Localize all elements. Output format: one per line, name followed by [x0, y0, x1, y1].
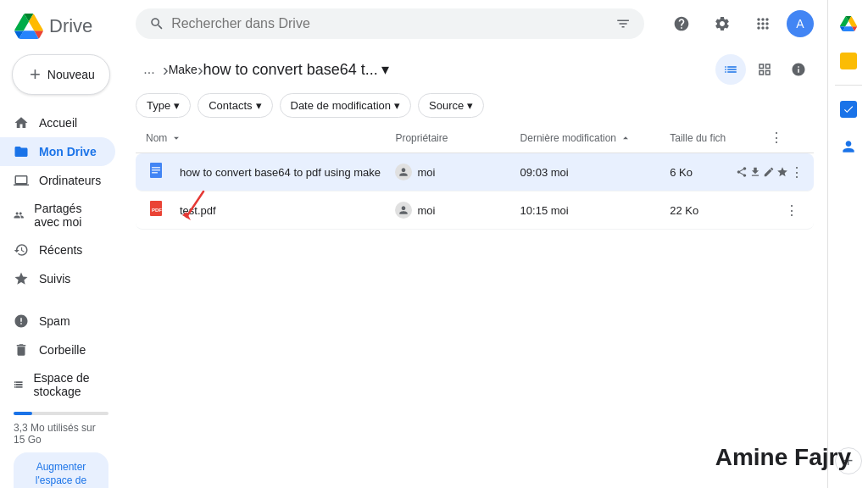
list-view-button[interactable]: [715, 54, 746, 85]
sidebar-item-partages[interactable]: Partagés avec moi: [0, 195, 115, 236]
col-header-actions: ⋮: [770, 130, 804, 146]
col-header-name[interactable]: Nom: [146, 132, 395, 144]
filter-type-button[interactable]: Type ▾: [136, 93, 191, 118]
filter-date-arrow-icon: ▾: [394, 99, 400, 112]
breadcrumb-more-button[interactable]: ...: [136, 56, 163, 83]
file-download-button-1[interactable]: [749, 160, 761, 184]
sidebar-item-ordinateurs[interactable]: Ordinateurs: [0, 166, 115, 195]
sidebar-label-ordinateurs: Ordinateurs: [39, 174, 101, 187]
storage-text: 3,3 Mo utilisés sur 15 Go: [14, 422, 108, 446]
sidebar-label-corbeille: Corbeille: [39, 343, 86, 357]
svg-rect-3: [152, 172, 158, 174]
settings-button[interactable]: [705, 7, 739, 41]
sidebar-item-mon-drive[interactable]: Mon Drive: [0, 137, 115, 166]
col-header-size: Taille du fich: [670, 132, 770, 144]
owner-cell-2: moi: [395, 202, 520, 219]
file-name-cell-1: how to convert base64 to pdf using make: [146, 160, 395, 184]
filter-contacts-button[interactable]: Contacts ▾: [198, 93, 272, 118]
table-row[interactable]: how to convert base64 to pdf using make …: [136, 153, 814, 191]
file-name-text-1: how to convert base64 to pdf using make: [180, 166, 381, 179]
topbar-right: A: [665, 7, 814, 41]
sidebar-label-accueil: Accueil: [39, 116, 77, 130]
storage-bar: [14, 412, 108, 415]
file-share-button-1[interactable]: [736, 160, 748, 184]
sidebar-item-accueil[interactable]: Accueil: [0, 108, 115, 137]
sidebar-label-spam: Spam: [39, 314, 70, 328]
actions-cell-1: ⋮: [770, 160, 804, 184]
search-input[interactable]: [171, 16, 609, 31]
rp-yellow-icon[interactable]: [832, 44, 865, 78]
gdoc-icon: [146, 160, 170, 184]
sidebar-label-suivis: Suivis: [39, 272, 70, 286]
sidebar-label-mon-drive: Mon Drive: [39, 145, 97, 158]
logo: Drive: [0, 7, 122, 49]
breadcrumb-row: ... › Make › how to convert base64 t... …: [122, 47, 827, 88]
filters-bar: Type ▾ Contacts ▾ Date de modification ▾…: [122, 88, 827, 123]
svg-text:PDF: PDF: [152, 208, 162, 213]
file-name-cell-2: PDF test.pdf: [146, 198, 395, 222]
sidebar-label-partages: Partagés avec moi: [34, 202, 102, 229]
sidebar: Drive + Nouveau Accueil Mon Drive Ordina…: [0, 0, 122, 488]
rp-user-icon[interactable]: [832, 130, 865, 164]
table-header: Nom Propriétaire Dernière modification T…: [136, 123, 814, 153]
table-row[interactable]: PDF test.pdf moi 10:15 moi 22 Ko ⋮: [136, 191, 814, 230]
storage-section: 3,3 Mo utilisés sur 15 Go Augmenter l'es…: [0, 405, 122, 488]
modified-cell-2: 10:15 moi: [520, 204, 670, 217]
rp-add-button[interactable]: +: [835, 447, 862, 474]
filter-contacts-arrow-icon: ▾: [256, 99, 262, 112]
rp-blue-checkbox-icon[interactable]: [832, 92, 865, 126]
right-panel: +: [827, 0, 868, 488]
owner-avatar-1: [395, 164, 412, 180]
filter-date-button[interactable]: Date de modification ▾: [280, 93, 412, 118]
modified-cell-1: 09:03 moi: [520, 166, 670, 179]
filter-type-arrow-icon: ▾: [174, 99, 180, 112]
sidebar-label-stockage: Espace de stockage: [34, 371, 103, 398]
search-icon: [149, 15, 164, 32]
breadcrumb-sep-1: ›: [163, 60, 169, 80]
view-buttons: [715, 54, 814, 85]
search-bar[interactable]: [136, 8, 644, 39]
breadcrumb-current-folder[interactable]: how to convert base64 t... ▾: [203, 60, 389, 79]
filter-source-button[interactable]: Source ▾: [418, 93, 484, 118]
grid-view-button[interactable]: [749, 54, 780, 85]
size-cell-2: 22 Ko: [670, 204, 770, 217]
storage-bar-fill: [14, 412, 32, 415]
file-name-text-2: test.pdf: [180, 204, 216, 217]
help-button[interactable]: [665, 7, 698, 41]
svg-rect-1: [152, 167, 160, 169]
col-actions-menu-icon[interactable]: ⋮: [770, 130, 783, 145]
breadcrumb-dropdown-icon: ▾: [381, 60, 389, 79]
file-more-icon-2: ⋮: [785, 202, 798, 219]
rp-divider: [835, 85, 862, 86]
filter-source-arrow-icon: ▾: [467, 99, 473, 112]
upgrade-storage-button[interactable]: Augmenter l'espace de stockage: [14, 452, 108, 488]
app-title: Drive: [49, 15, 92, 37]
rp-drive-icon[interactable]: [832, 7, 865, 41]
file-star-button-1[interactable]: [776, 160, 788, 184]
sidebar-item-corbeille[interactable]: Corbeille: [0, 336, 115, 364]
svg-rect-2: [152, 169, 160, 171]
new-button[interactable]: + Nouveau: [12, 54, 110, 95]
col-header-modified[interactable]: Dernière modification: [520, 132, 670, 144]
file-more-icon-1: ⋮: [790, 164, 804, 180]
breadcrumb-sep-2: ›: [198, 60, 203, 80]
breadcrumb-item-make[interactable]: Make: [169, 63, 198, 76]
owner-cell-1: moi: [395, 164, 520, 180]
file-more-button-2[interactable]: ⋮: [780, 198, 804, 222]
main-content: A ... › Make › how to convert base64 t..…: [122, 0, 827, 488]
sidebar-item-stockage[interactable]: Espace de stockage: [0, 364, 115, 405]
apps-button[interactable]: [746, 7, 780, 41]
file-more-button-1[interactable]: ⋮: [790, 160, 804, 184]
sidebar-label-recents: Récents: [39, 243, 82, 257]
info-button[interactable]: [783, 54, 814, 85]
user-avatar[interactable]: A: [787, 10, 814, 37]
sidebar-item-spam[interactable]: Spam: [0, 307, 115, 336]
search-filter-icon[interactable]: [615, 15, 631, 32]
pdf-icon: PDF: [146, 198, 170, 222]
col-header-owner: Propriétaire: [395, 132, 520, 144]
file-edit-button-1[interactable]: [763, 160, 775, 184]
sidebar-item-recents[interactable]: Récents: [0, 236, 115, 264]
owner-avatar-2: [395, 202, 412, 219]
sidebar-item-suivis[interactable]: Suivis: [0, 264, 115, 293]
actions-cell-2: ⋮: [770, 198, 804, 222]
